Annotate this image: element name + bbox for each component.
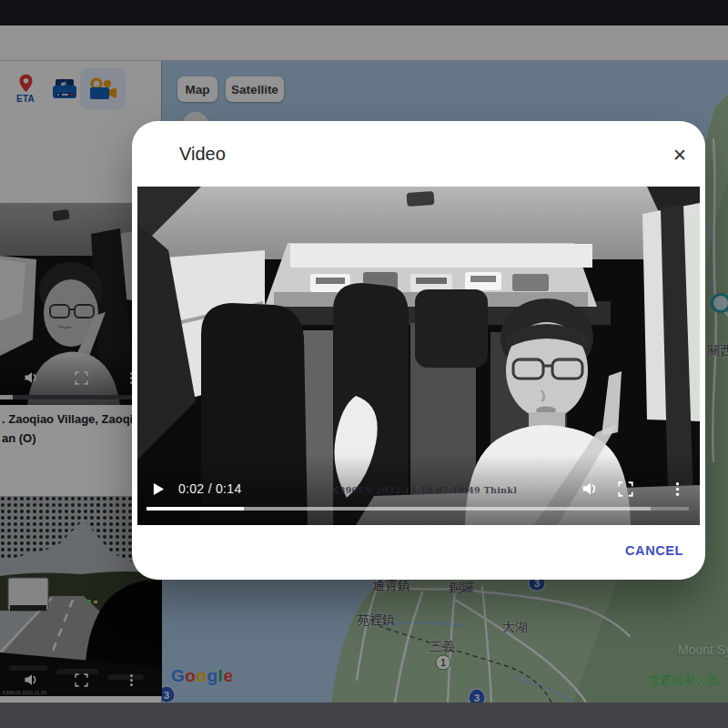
fullscreen-button[interactable] [618, 481, 633, 497]
play-button[interactable] [152, 481, 166, 497]
volume-button[interactable] [581, 480, 598, 497]
video-timestamp-overlay: K390US 2022.11.19 07:19:49 Thinkl [331, 485, 517, 495]
seek-bar[interactable] [147, 507, 689, 511]
dialog-footer: CANCEL [132, 525, 705, 580]
dialog-title: Video [179, 144, 226, 165]
app-root: ETA [0, 0, 728, 728]
video-player[interactable]: 0:02 / 0:14 K390US 2022.11.19 07:19:49 T… [137, 187, 700, 525]
seek-progress [147, 507, 244, 511]
time-display: 0:02 / 0:14 [178, 481, 241, 496]
cancel-button[interactable]: CANCEL [625, 543, 683, 558]
close-icon[interactable]: ✕ [667, 142, 693, 167]
video-dialog: Video ✕ [132, 121, 705, 580]
more-options-button[interactable] [670, 481, 685, 497]
